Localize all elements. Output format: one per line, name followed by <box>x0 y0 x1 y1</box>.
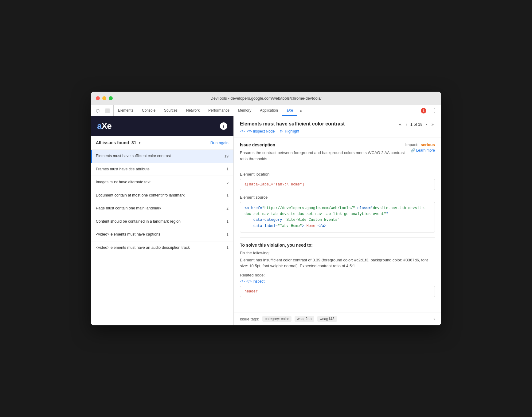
impact-row: Impact: serious 🔗 Learn more <box>405 142 435 153</box>
tag-1: wcag2aa <box>295 316 314 322</box>
next-page-button[interactable]: › <box>424 121 428 127</box>
source-tag-open: <a <box>244 206 251 210</box>
prev-page-button[interactable]: ‹ <box>405 121 409 127</box>
impact-label: Impact: serious <box>405 142 435 147</box>
source-eq2: =" <box>368 206 373 210</box>
issue-description-body: Ensures the contrast between foreground … <box>240 150 405 162</box>
issue-label-4: Page must contain one main landmark <box>96 206 222 211</box>
source-data-label-attr: data-label <box>253 224 276 228</box>
tag-0: category: color <box>262 316 291 322</box>
source-spacer <box>244 218 253 222</box>
source-href-attr: href <box>251 206 260 210</box>
issue-row-color-contrast[interactable]: Elements must have sufficient color cont… <box>91 150 233 163</box>
issue-row-main-landmark[interactable]: Page must contain one main landmark 2 <box>91 202 233 215</box>
nav-icons: ⬡ ⬜ <box>92 105 114 116</box>
learn-more-link[interactable]: 🔗 Learn more <box>411 148 435 153</box>
tag-2: wcag143 <box>317 316 337 322</box>
highlight-link[interactable]: ⚙ Highlight <box>280 129 299 133</box>
source-eq4: = <box>276 224 278 228</box>
inspect-link[interactable]: </> </> Inspect <box>240 279 435 284</box>
issue-count-7: 1 <box>222 245 229 250</box>
issue-row-landmark-region[interactable]: Content should be contained in a landmar… <box>91 215 233 228</box>
issue-row-video-captions[interactable]: <video> elements must have captions 1 <box>91 228 233 241</box>
first-page-button[interactable]: « <box>398 121 403 127</box>
issue-label-0: Elements must have sufficient color cont… <box>96 153 222 159</box>
source-quote-close: " <box>386 212 388 216</box>
axe-logo-xe: Xe <box>102 121 111 131</box>
info-icon[interactable]: i <box>220 122 227 130</box>
issue-detail-actions: </> </> Inspect Node ⚙ Highlight <box>240 129 345 133</box>
pagination: « ‹ 1 of 19 › » <box>398 121 435 127</box>
axe-header: aXe i <box>91 116 233 136</box>
tab-memory[interactable]: Memory <box>234 105 256 116</box>
source-eq3: = <box>282 218 284 222</box>
cursor-icon[interactable]: ⬡ <box>95 108 101 114</box>
code-icon: </> <box>240 129 245 133</box>
source-eq1: = <box>260 206 262 210</box>
run-again-button[interactable]: Run again <box>210 141 229 145</box>
issues-title[interactable]: All issues found 31 ▼ <box>96 140 141 145</box>
source-data-label-val: "Tab: Home" <box>278 224 302 228</box>
issue-tags-bar: Issue tags: category: color wcag2aa wcag… <box>234 312 441 325</box>
tab-network[interactable]: Network <box>182 105 204 116</box>
element-selector: a[data-label="Tab\:\ Home"] <box>244 182 304 187</box>
issue-detail-header: Elements must have sufficient color cont… <box>234 116 441 137</box>
issue-label-6: <video> elements must have captions <box>96 232 222 237</box>
main-area: aXe i All issues found 31 ▼ Run again El… <box>91 116 441 325</box>
fix-label: Fix the following: <box>240 251 435 255</box>
tab-sources[interactable]: Sources <box>160 105 182 116</box>
source-href-val: "https://developers.google.com/web/tools… <box>262 206 355 210</box>
tab-performance[interactable]: Performance <box>204 105 234 116</box>
issues-dropdown-arrow: ▼ <box>138 141 141 145</box>
related-node-label: Related node: <box>240 273 435 277</box>
highlight-label: Highlight <box>285 129 299 133</box>
inspect-node-label: </> Inspect Node <box>247 129 275 133</box>
issue-count-2: 5 <box>222 180 229 185</box>
issue-description-row: Issue description Ensures the contrast b… <box>240 142 435 162</box>
issue-row-frames-title[interactable]: Frames must have title attribute 1 <box>91 163 233 176</box>
fix-desc: Element has insufficient color contrast … <box>240 257 435 269</box>
issue-list: Elements must have sufficient color cont… <box>91 150 233 325</box>
last-page-button[interactable]: » <box>430 121 435 127</box>
issue-description-title: Issue description <box>240 142 405 147</box>
maximize-button[interactable] <box>109 96 113 100</box>
issue-label-5: Content should be contained in a landmar… <box>96 219 222 224</box>
detail-body: Issue description Ensures the contrast b… <box>234 137 441 307</box>
source-text: Home <box>307 224 315 228</box>
issue-count-1: 1 <box>222 167 229 171</box>
device-icon[interactable]: ⬜ <box>103 108 111 114</box>
impact-prefix: Impact: <box>405 142 419 147</box>
tags-chevron[interactable]: › <box>433 316 435 322</box>
issue-detail-title: Elements must have sufficient color cont… <box>240 121 345 127</box>
issue-count-6: 1 <box>222 232 229 237</box>
tab-console[interactable]: Console <box>138 105 160 116</box>
page-info: 1 of 19 <box>410 122 423 127</box>
issue-label-3: Document contain at most one contentinfo… <box>96 193 222 198</box>
window-controls <box>96 96 113 100</box>
tab-application[interactable]: Application <box>256 105 282 116</box>
title-bar: DevTools - developers.google.com/web/too… <box>91 92 441 105</box>
source-close-tag: </a> <box>315 224 326 228</box>
inspect-node-link[interactable]: </> </> Inspect Node <box>240 129 275 133</box>
external-link-icon: 🔗 <box>411 148 415 153</box>
more-options-button[interactable]: ⋮ <box>429 105 440 116</box>
highlight-icon: ⚙ <box>280 129 283 133</box>
issue-row-video-audio-desc[interactable]: <video> elements must have an audio desc… <box>91 241 233 255</box>
element-source-box: <a href="https://developers.google.com/w… <box>240 202 435 232</box>
issues-prefix: All issues found <box>96 140 129 145</box>
issue-count-5: 1 <box>222 219 229 224</box>
issue-row-contentinfo[interactable]: Document contain at most one contentinfo… <box>91 189 233 202</box>
error-count-item[interactable]: 1 <box>418 105 429 116</box>
node-code: header <box>244 289 258 294</box>
tab-elements[interactable]: Elements <box>114 105 138 116</box>
element-location-label: Element location <box>240 172 435 177</box>
issue-row-images-alt[interactable]: Images must have alternate text 5 <box>91 176 233 189</box>
learn-more-label: Learn more <box>416 148 435 153</box>
more-tabs-button[interactable]: » <box>297 105 305 116</box>
right-panel: Elements must have sufficient color cont… <box>234 116 441 325</box>
issue-count-4: 2 <box>222 206 229 211</box>
tab-axe[interactable]: aXe <box>282 105 297 116</box>
close-button[interactable] <box>96 96 100 100</box>
impact-value: serious <box>421 142 435 147</box>
minimize-button[interactable] <box>102 96 106 100</box>
